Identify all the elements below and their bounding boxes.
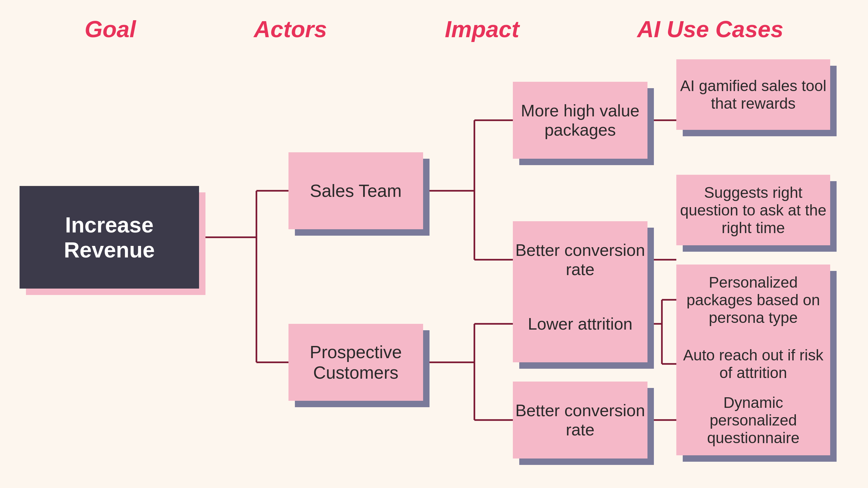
actor-prospective-customers: Prospective Customers — [288, 324, 423, 401]
ai-3-label: Personalized packages based on persona t… — [676, 270, 830, 330]
impact-4-label: Better conversion rate — [513, 401, 648, 439]
ai-2-label: Suggests right question to ask at the ri… — [676, 181, 830, 240]
actor-sales-team-wrapper: Sales Team — [288, 152, 423, 229]
actor-sales-team-label: Sales Team — [310, 181, 402, 201]
ai-4-label: Auto reach out if risk of attrition — [676, 343, 830, 385]
goal-label: Increase Revenue — [20, 212, 199, 262]
actor-prospective-wrapper: Prospective Customers — [288, 324, 423, 401]
ai-3-wrapper: Personalized packages based on persona t… — [676, 265, 830, 335]
actor-prospective-label: Prospective Customers — [288, 342, 423, 383]
impact-2-label: Better conversion rate — [513, 241, 648, 279]
actor-sales-team: Sales Team — [288, 152, 423, 229]
ai-1-wrapper: AI gamified sales tool that rewards — [676, 59, 830, 130]
impact-better-conversion-bottom: Better conversion rate — [513, 382, 648, 458]
ai-5-wrapper: Dynamic personalized questionnaire — [676, 385, 830, 455]
ai-gamified-sales: AI gamified sales tool that rewards — [676, 59, 830, 130]
impact-4-wrapper: Better conversion rate — [513, 382, 648, 458]
impact-1-wrapper: More high value packages — [513, 82, 648, 159]
impact-3-label: Lower attrition — [528, 314, 633, 333]
goal-box: Increase Revenue — [20, 186, 199, 288]
ai-1-label: AI gamified sales tool that rewards — [676, 74, 830, 115]
impact-1-label: More high value packages — [513, 101, 648, 140]
ai-2-wrapper: Suggests right question to ask at the ri… — [676, 175, 830, 245]
ai-dynamic-questionnaire: Dynamic personalized questionnaire — [676, 385, 830, 455]
ai-5-label: Dynamic personalized questionnaire — [676, 391, 830, 450]
impact-more-high-value: More high value packages — [513, 82, 648, 159]
impact-lower-attrition: Lower attrition — [513, 285, 648, 362]
ai-personalized-packages: Personalized packages based on persona t… — [676, 265, 830, 335]
impact-3-wrapper: Lower attrition — [513, 285, 648, 362]
ai-suggests-question: Suggests right question to ask at the ri… — [676, 175, 830, 245]
